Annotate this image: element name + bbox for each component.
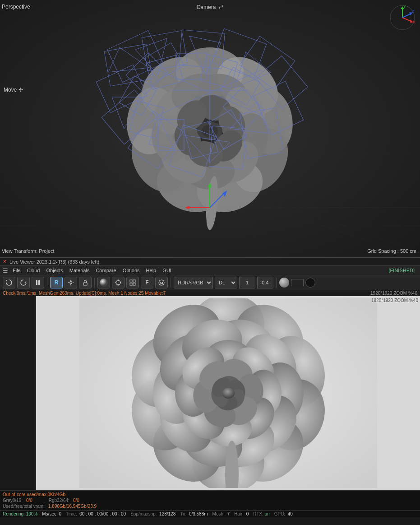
camera-label: Camera ⇄: [197, 4, 224, 10]
add-light-button[interactable]: [112, 277, 125, 288]
sphere-preview[interactable]: [97, 277, 110, 288]
close-icon[interactable]: ✕: [3, 259, 7, 265]
rendering-stat: Rendering: 100%: [3, 511, 37, 516]
menu-gui[interactable]: GUI: [160, 267, 174, 274]
refresh-button[interactable]: [17, 277, 30, 288]
mesh-stat: Mesh: 7: [212, 511, 230, 516]
vram-label: Used/free/total vram:: [3, 504, 45, 509]
value1-input[interactable]: [239, 277, 255, 288]
finished-badge: [FINISHED]: [385, 268, 418, 273]
color-swatch-black[interactable]: [305, 278, 315, 288]
render-sidebar: [0, 296, 36, 490]
toolbar-divider-1: [47, 278, 47, 288]
render-button[interactable]: R: [50, 277, 63, 288]
rendered-flower-image: [79, 298, 377, 488]
spp-stat: Spp/maxspp: 128/128: [130, 511, 175, 516]
color-mode-select[interactable]: HDR/sRGB: [174, 277, 213, 288]
svg-rect-93: [38, 280, 40, 285]
vram-value: 1.896Gb/16.945Gb/23.9: [48, 504, 97, 509]
render-viewport[interactable]: 1920*1920 ZOOM %40: [0, 296, 420, 490]
svg-text:Z: Z: [412, 9, 415, 14]
light-mode-select[interactable]: DL: [215, 277, 237, 288]
measure-button[interactable]: M: [155, 277, 168, 288]
svg-rect-104: [130, 283, 132, 285]
move-label: Move ✣: [4, 87, 23, 93]
hamburger-icon[interactable]: ☰: [2, 267, 9, 274]
pause-button[interactable]: [32, 277, 44, 288]
menu-bar: ☰ File Cloud Objects Materials Compare O…: [0, 265, 420, 275]
outofcore-text: Out-of-core used/max:0Kb/4Gb: [3, 492, 65, 497]
svg-marker-90: [6, 280, 8, 281]
svg-rect-102: [130, 280, 132, 282]
hair-stat: Hair: 0: [234, 511, 249, 516]
menu-compare[interactable]: Compare: [93, 267, 119, 274]
menu-options[interactable]: Options: [120, 267, 143, 274]
tool-bar: R F M HDR/sRGB DL: [0, 275, 420, 290]
menu-help[interactable]: Help: [143, 267, 159, 274]
menu-materials[interactable]: Materials: [67, 267, 92, 274]
gpu-stat: GPU: 40: [274, 511, 293, 516]
svg-marker-91: [25, 281, 26, 283]
menu-file[interactable]: File: [10, 267, 23, 274]
toolbar-divider-3: [171, 278, 171, 288]
value2-input[interactable]: [257, 277, 273, 288]
status-right-text: 1920*1920 ZOOM %40: [370, 291, 417, 296]
grey8-value: 0/0: [26, 498, 32, 503]
grid-button[interactable]: [126, 277, 139, 288]
svg-rect-95: [83, 283, 87, 285]
rtx-stat: RTX: on: [253, 511, 270, 516]
liveviewer-bar: ✕ Live Viewer 2023.1.2-[R3] (333 days le…: [0, 257, 420, 265]
menu-objects[interactable]: Objects: [43, 267, 65, 274]
perspective-label: Perspective: [2, 4, 30, 10]
axis-gizmo: Y X Z: [389, 5, 415, 31]
reset-tool-button[interactable]: [3, 277, 15, 288]
render-canvas: 1920*1920 ZOOM %40: [36, 296, 420, 490]
grid-spacing-label: Grid Spacing : 500 cm: [367, 248, 416, 254]
tri-stat: Tri: 0/3.588m: [180, 511, 208, 516]
svg-point-149: [222, 388, 235, 399]
color-swatch-dark[interactable]: [291, 279, 304, 286]
settings-button[interactable]: [65, 277, 77, 288]
rgb32-label: Rgb32/64:: [49, 498, 69, 503]
svg-line-87: [402, 14, 411, 18]
toolbar-divider-4: [276, 278, 277, 288]
status-bar: Check:0ms./1ms. MeshGen:263ms. Update[C]…: [0, 290, 420, 296]
focus-button[interactable]: F: [141, 277, 153, 288]
liveviewer-title: Live Viewer 2023.1.2-[R3] (333 days left…: [9, 259, 99, 265]
svg-text:M: M: [160, 281, 163, 285]
transform-label: View Transform: Project: [2, 248, 55, 254]
mssec-stat: Ms/sec: 0: [42, 511, 61, 516]
toolbar-divider-2: [94, 278, 95, 288]
bottom-info-panel: Out-of-core used/max:0Kb/4Gb Grey8/16: 0…: [0, 490, 420, 510]
color-swatch-gray[interactable]: [279, 278, 289, 288]
svg-rect-105: [133, 283, 135, 285]
svg-point-97: [116, 280, 120, 285]
svg-point-96: [100, 279, 108, 287]
status-left-text: Check:0ms./1ms. MeshGen:263ms. Update[C]…: [3, 291, 166, 296]
stats-bar: Rendering: 100% Ms/sec: 0 Time: 00 : 00 …: [0, 510, 420, 517]
rgb32-value: 0/0: [73, 498, 79, 503]
zoom-info: 1920*1920 ZOOM %40: [371, 298, 418, 303]
svg-text:Y: Y: [403, 5, 406, 9]
time-stat: Time: 00 : 00 : 00/00 : 00 : 00: [66, 511, 126, 516]
viewport-3d[interactable]: Perspective Camera ⇄ Move ✣ View Transfo…: [0, 0, 420, 257]
svg-point-94: [70, 282, 72, 284]
svg-rect-92: [36, 280, 37, 285]
svg-rect-103: [133, 280, 135, 282]
lock-button[interactable]: [79, 277, 92, 288]
menu-cloud[interactable]: Cloud: [24, 267, 43, 274]
grey8-label: Grey8/16:: [3, 498, 23, 503]
svg-text:X: X: [413, 20, 415, 24]
